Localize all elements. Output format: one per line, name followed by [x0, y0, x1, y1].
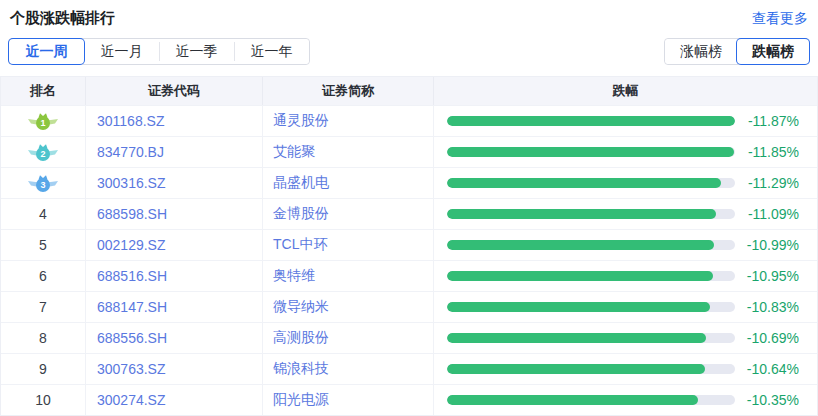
- stock-name-link[interactable]: 微导纳米: [273, 298, 329, 316]
- table-row[interactable]: 8 688556.SH 高测股份 -10.69%: [1, 322, 817, 353]
- table-row[interactable]: 10 300274.SZ 阳光电源 -10.35%: [1, 384, 817, 415]
- rank-table: 排名 证券代码 证券简称 跌幅 1 301168.SZ 通灵股份 -11.87%…: [0, 76, 818, 416]
- decline-bar-track: [447, 302, 735, 312]
- controls-row: 近一周近一月近一季近一年 涨幅榜跌幅榜: [0, 38, 818, 65]
- rank-cell: 1: [1, 106, 86, 136]
- stock-name-link[interactable]: 艾能聚: [273, 143, 315, 161]
- rank-label: 5: [39, 237, 47, 253]
- decline-bar-fill: [447, 240, 714, 250]
- rank-cell: 5: [1, 230, 86, 260]
- rank-label: 7: [39, 299, 47, 315]
- stock-rank-panel: 个股涨跌幅排行 查看更多 近一周近一月近一季近一年 涨幅榜跌幅榜 排名 证券代码…: [0, 0, 818, 416]
- stock-code-link[interactable]: 688516.SH: [97, 268, 167, 284]
- period-tab-4[interactable]: 近一年: [234, 39, 309, 64]
- col-header-rank: 排名: [1, 77, 86, 105]
- col-header-code: 证券代码: [86, 77, 263, 105]
- table-row[interactable]: 5 002129.SZ TCL中环 -10.99%: [1, 229, 817, 260]
- rank-cell: 8: [1, 323, 86, 353]
- stock-code-link[interactable]: 301168.SZ: [97, 113, 164, 129]
- col-header-name: 证券简称: [263, 77, 434, 105]
- stock-code-link[interactable]: 688598.SH: [97, 206, 167, 222]
- decline-percent-label: -10.95%: [735, 268, 817, 284]
- rank-label: 4: [39, 206, 47, 222]
- rank-cell: 3: [1, 168, 86, 198]
- table-row[interactable]: 9 300763.SZ 锦浪科技 -10.64%: [1, 353, 817, 384]
- period-tab-2[interactable]: 近一月: [84, 39, 159, 64]
- stock-name-link[interactable]: TCL中环: [273, 236, 327, 254]
- board-toggle-option-2[interactable]: 跌幅榜: [737, 39, 809, 64]
- stock-code-link[interactable]: 300763.SZ: [97, 361, 166, 377]
- table-row[interactable]: 4 688598.SH 金博股份 -11.09%: [1, 198, 817, 229]
- decline-bar-fill: [447, 395, 698, 405]
- page-title: 个股涨跌幅排行: [10, 9, 115, 28]
- decline-bar-track: [447, 209, 735, 219]
- stock-name-link[interactable]: 金博股份: [273, 205, 329, 223]
- stock-name-link[interactable]: 高测股份: [273, 329, 329, 347]
- stock-code-link[interactable]: 688556.SH: [97, 330, 167, 346]
- svg-text:3: 3: [40, 180, 45, 190]
- medal-icon: 2: [28, 142, 58, 162]
- table-body: 1 301168.SZ 通灵股份 -11.87% 2 834770.BJ 艾能聚…: [1, 105, 817, 415]
- period-tab-3[interactable]: 近一季: [159, 39, 234, 64]
- decline-bar-fill: [447, 364, 705, 374]
- col-header-decline: 跌幅: [434, 77, 817, 105]
- rank-label: 9: [39, 361, 47, 377]
- stock-name-link[interactable]: 奥特维: [273, 267, 315, 285]
- rank-cell: 2: [1, 137, 86, 167]
- decline-bar-track: [447, 240, 735, 250]
- table-row[interactable]: 6 688516.SH 奥特维 -10.95%: [1, 260, 817, 291]
- stock-name-link[interactable]: 锦浪科技: [273, 360, 329, 378]
- stock-name-link[interactable]: 通灵股份: [273, 112, 329, 130]
- decline-percent-label: -10.64%: [735, 361, 817, 377]
- decline-bar-fill: [447, 116, 735, 126]
- decline-percent-label: -11.29%: [735, 175, 817, 191]
- decline-bar-track: [447, 364, 735, 374]
- decline-percent-label: -11.87%: [735, 113, 817, 129]
- decline-bar-fill: [447, 333, 706, 343]
- decline-bar-fill: [447, 302, 710, 312]
- rank-cell: 9: [1, 354, 86, 384]
- decline-bar-fill: [447, 209, 716, 219]
- rank-cell: 7: [1, 292, 86, 322]
- rank-label: 6: [39, 268, 47, 284]
- rank-cell: 4: [1, 199, 86, 229]
- period-tab-1[interactable]: 近一周: [9, 39, 84, 64]
- medal-icon: 1: [28, 111, 58, 131]
- rank-cell: 10: [1, 385, 86, 415]
- decline-bar-track: [447, 116, 735, 126]
- decline-percent-label: -10.99%: [735, 237, 817, 253]
- view-more-link[interactable]: 查看更多: [752, 10, 808, 28]
- table-row[interactable]: 7 688147.SH 微导纳米 -10.83%: [1, 291, 817, 322]
- svg-text:2: 2: [40, 149, 45, 159]
- stock-code-link[interactable]: 002129.SZ: [97, 237, 166, 253]
- table-row[interactable]: 1 301168.SZ 通灵股份 -11.87%: [1, 105, 817, 136]
- svg-text:1: 1: [40, 118, 45, 128]
- stock-code-link[interactable]: 834770.BJ: [97, 144, 164, 160]
- table-row[interactable]: 3 300316.SZ 晶盛机电 -11.29%: [1, 167, 817, 198]
- panel-header: 个股涨跌幅排行 查看更多: [0, 0, 818, 28]
- decline-bar-fill: [447, 147, 734, 157]
- rank-cell: 6: [1, 261, 86, 291]
- stock-name-link[interactable]: 晶盛机电: [273, 174, 329, 192]
- decline-bar-track: [447, 395, 735, 405]
- rank-label: 10: [35, 392, 51, 408]
- stock-code-link[interactable]: 300274.SZ: [97, 392, 166, 408]
- decline-bar-track: [447, 333, 735, 343]
- board-toggle-option-1[interactable]: 涨幅榜: [665, 39, 737, 64]
- decline-bar-track: [447, 178, 735, 188]
- decline-bar-track: [447, 147, 735, 157]
- table-row[interactable]: 2 834770.BJ 艾能聚 -11.85%: [1, 136, 817, 167]
- decline-bar-fill: [447, 271, 713, 281]
- medal-icon: 3: [28, 173, 58, 193]
- board-toggle-group: 涨幅榜跌幅榜: [664, 38, 810, 65]
- stock-code-link[interactable]: 300316.SZ: [97, 175, 166, 191]
- decline-percent-label: -10.83%: [735, 299, 817, 315]
- decline-bar-fill: [447, 178, 721, 188]
- stock-name-link[interactable]: 阳光电源: [273, 391, 329, 409]
- decline-percent-label: -11.09%: [735, 206, 817, 222]
- period-tab-group: 近一周近一月近一季近一年: [8, 38, 310, 65]
- rank-label: 8: [39, 330, 47, 346]
- stock-code-link[interactable]: 688147.SH: [97, 299, 167, 315]
- decline-percent-label: -10.35%: [735, 392, 817, 408]
- decline-percent-label: -11.85%: [735, 144, 817, 160]
